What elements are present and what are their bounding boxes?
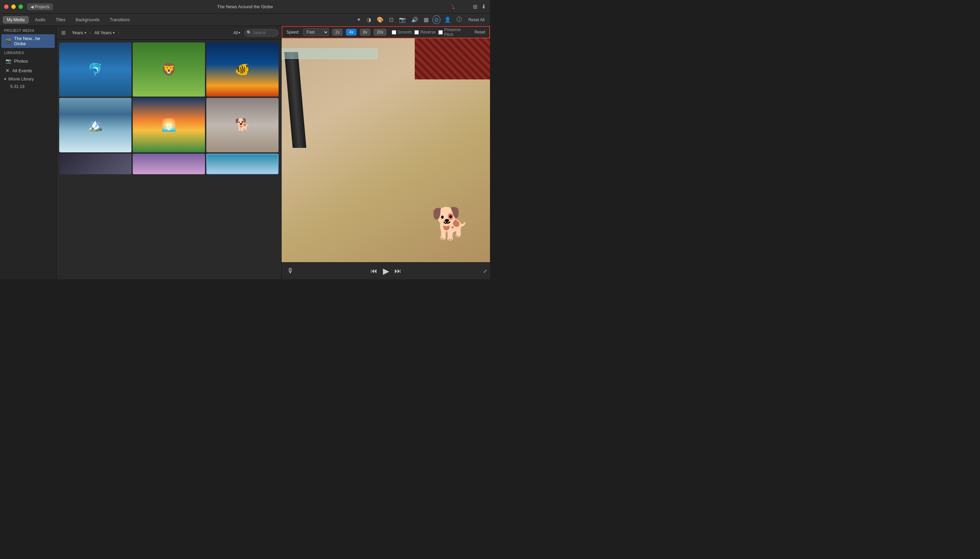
table-glass <box>282 49 378 59</box>
tab-audio[interactable]: Audio <box>31 16 49 24</box>
reverse-checkbox-label[interactable]: Reverse <box>414 30 436 35</box>
projects-button[interactable]: ◀ Projects <box>27 3 53 10</box>
sidebar-item-project[interactable]: 🎬 The New...he Globe <box>2 34 55 48</box>
speed-reset-button[interactable]: Reset <box>475 30 485 35</box>
thumb-inner: 🐠 <box>206 43 279 96</box>
media-thumb-dolphin[interactable]: 🐬 <box>59 43 131 96</box>
speed-options-group: Smooth Reverse Preserve Pitch <box>392 27 469 37</box>
speed-select[interactable]: Slow Normal Fast Custom <box>303 28 329 36</box>
play-button[interactable]: ▶ <box>383 266 389 276</box>
media-thumb-partial1[interactable] <box>59 154 131 174</box>
speed-bar: Speed: Slow Normal Fast Custom 2x 4x 8x … <box>282 26 490 38</box>
maximize-button[interactable] <box>18 5 23 9</box>
filter-bar: ⊞ Years ▾ › All Years ▾ › All ▾ <box>56 26 281 40</box>
minimize-button[interactable] <box>11 5 16 9</box>
speed-button[interactable]: ⊙ <box>432 15 441 24</box>
person-button[interactable]: 👤 <box>442 15 453 24</box>
all-years-chevron-icon: ▾ <box>113 31 115 35</box>
thumb-inner: 🐕 <box>206 98 279 152</box>
all-label: All <box>233 30 238 35</box>
speed-20x-button[interactable]: 20x <box>374 29 386 36</box>
reverse-label: Reverse <box>420 30 436 35</box>
red-arrow-indicator: ↓ <box>449 0 457 12</box>
film-icon: 🎬 <box>5 38 11 44</box>
tab-backgrounds[interactable]: Backgrounds <box>71 16 104 24</box>
project-name: The New...he Globe <box>14 36 51 46</box>
preserve-pitch-checkbox-label[interactable]: Preserve Pitch <box>438 27 469 37</box>
project-media-label: PROJECT MEDIA <box>0 26 56 34</box>
years-filter[interactable]: Years ▾ <box>69 29 89 36</box>
all-years-filter[interactable]: All Years ▾ <box>92 29 118 36</box>
chart-button[interactable]: ▦ <box>422 15 431 24</box>
all-events-icon: ✕ <box>5 68 10 73</box>
media-thumb-partial2[interactable] <box>133 154 205 174</box>
smooth-label: Smooth <box>398 30 412 35</box>
media-thumb-ice[interactable]: 🏔️ <box>59 98 131 152</box>
window-controls <box>0 5 23 9</box>
sidebar-item-photos[interactable]: 📷 Photos <box>2 56 55 65</box>
media-thumb-fish[interactable]: 🐠 <box>206 43 279 96</box>
years-chevron-icon: ▾ <box>84 31 86 35</box>
table-leg <box>284 52 306 148</box>
toolbar: My Media Audio Titles Backgrounds Transi… <box>0 14 490 26</box>
media-grid: 🐬 🦁 🐠 🏔️ 🌅 <box>56 40 281 280</box>
preserve-pitch-checkbox[interactable] <box>438 30 443 35</box>
speed-4x-button[interactable]: 4x <box>346 29 356 36</box>
media-thumb-dog[interactable]: 🐕 <box>206 98 279 152</box>
thumb-inner: 🦁 <box>133 43 205 96</box>
breadcrumb: Years ▾ › All Years ▾ › <box>69 29 120 36</box>
sidebar-library-date[interactable]: 5-31-19 <box>0 83 56 90</box>
media-thumb-partial3[interactable] <box>206 154 279 174</box>
import-button[interactable]: ⬇ <box>480 2 487 11</box>
close-button[interactable] <box>4 5 8 9</box>
tab-my-media[interactable]: My Media <box>3 16 29 24</box>
chevron-down-icon: ▾ <box>4 77 6 81</box>
photos-icon: 📷 <box>5 58 11 64</box>
preview-video: 🐕 <box>282 38 490 262</box>
crop-button[interactable]: ⊡ <box>387 15 395 24</box>
search-wrapper: 🔍 <box>244 29 279 36</box>
reverse-checkbox[interactable] <box>414 30 419 35</box>
tool-icons: ✦ ◑ 🎨 ⊡ 📷 🔊 ▦ ⊙ 👤 ⓘ <box>355 15 464 24</box>
fullscreen-button[interactable]: ⤢ <box>483 268 487 274</box>
search-icon: 🔍 <box>247 30 251 35</box>
speed-8x-button[interactable]: 8x <box>360 29 370 36</box>
audio-button[interactable]: 🔊 <box>409 15 420 24</box>
sidebar-toggle-button[interactable]: ⊞ <box>59 29 68 36</box>
lion-emoji: 🦁 <box>161 62 177 77</box>
skip-forward-button[interactable]: ⏭ <box>394 267 401 275</box>
skip-back-button[interactable]: ⏮ <box>371 267 378 275</box>
media-thumb-lion[interactable]: 🦁 <box>133 43 205 96</box>
tab-titles[interactable]: Titles <box>52 16 69 24</box>
smooth-checkbox-label[interactable]: Smooth <box>392 30 412 35</box>
photos-label: Photos <box>14 58 28 64</box>
media-thumb-sunset[interactable]: 🌅 <box>133 98 205 152</box>
speed-2x-button[interactable]: 2x <box>332 29 343 36</box>
info-button[interactable]: ⓘ <box>455 15 464 24</box>
preview-panel: Speed: Slow Normal Fast Custom 2x 4x 8x … <box>281 26 490 280</box>
dog-preview: 🐕 <box>431 206 469 241</box>
palette-button[interactable]: 🎨 <box>375 15 385 24</box>
libraries-label: LIBRARIES <box>0 48 56 56</box>
all-years-label: All Years <box>94 30 112 35</box>
thumb-inner: 🐬 <box>59 43 131 96</box>
all-filter-button[interactable]: All ▾ <box>231 30 242 36</box>
sidebar-imovie-library[interactable]: ▾ iMovie Library <box>0 75 56 83</box>
tab-transitions[interactable]: Transitions <box>106 16 134 24</box>
years-label: Years <box>72 30 83 35</box>
reset-all-button[interactable]: Reset All <box>466 17 487 23</box>
mic-button[interactable]: 🎙 <box>287 267 294 275</box>
smooth-checkbox[interactable] <box>392 30 396 35</box>
dog-emoji: 🐕 <box>235 118 250 132</box>
magic-wand-button[interactable]: ✦ <box>355 15 363 24</box>
camera-button[interactable]: 📷 <box>397 15 408 24</box>
preview-controls: 🎙 ⏮ ▶ ⏭ ⤢ <box>282 262 490 280</box>
rug-area <box>415 38 490 79</box>
grid-view-button[interactable]: ⊞ <box>472 2 479 11</box>
speed-label: Speed: <box>286 30 299 35</box>
sunset-emoji: 🌅 <box>161 118 177 132</box>
titlebar: ◀ Projects The News Around the Globe ⊞ ⬇… <box>0 0 490 14</box>
titlebar-right: ⊞ ⬇ <box>472 2 490 11</box>
color-button[interactable]: ◑ <box>365 15 373 24</box>
sidebar-item-all-events[interactable]: ✕ All Events <box>2 66 55 75</box>
